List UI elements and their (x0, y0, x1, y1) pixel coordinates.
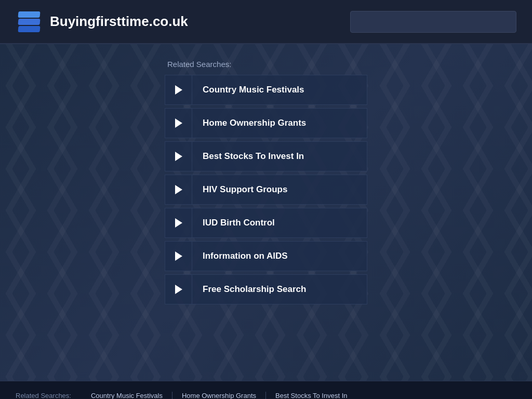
search-list: Country Music FestivalsHome Ownership Gr… (165, 75, 367, 304)
search-item-free-scholarship[interactable]: Free Scholarship Search (165, 274, 367, 304)
arrow-box-country-music (165, 75, 192, 104)
item-label-home-ownership: Home Ownership Grants (192, 118, 306, 128)
item-label-iud-birth: IUD Birth Control (192, 218, 275, 228)
site-title: Buyingfirsttime.co.uk (50, 14, 188, 30)
logo-layer-top (18, 11, 40, 18)
play-icon-iud-birth (175, 218, 182, 228)
arrow-box-info-aids (165, 242, 192, 271)
item-label-info-aids: Information on AIDS (192, 251, 288, 261)
item-label-best-stocks: Best Stocks To Invest In (192, 151, 304, 162)
play-icon-best-stocks (175, 152, 182, 161)
logo-area: Buyingfirsttime.co.uk (16, 8, 188, 35)
arrow-box-iud-birth (165, 208, 192, 237)
main-content: Related Searches: Country Music Festival… (0, 44, 532, 381)
logo-icon (16, 8, 43, 35)
item-label-free-scholarship: Free Scholarship Search (192, 284, 306, 295)
play-icon-country-music (175, 85, 182, 95)
play-icon-free-scholarship (175, 285, 182, 294)
arrow-box-hiv-support (165, 175, 192, 204)
footer: Related Searches: Country Music Festival… (0, 381, 532, 399)
related-searches-label: Related Searches: (167, 60, 231, 69)
search-item-best-stocks[interactable]: Best Stocks To Invest In (165, 141, 367, 171)
search-item-iud-birth[interactable]: IUD Birth Control (165, 208, 367, 238)
play-icon-hiv-support (175, 185, 182, 194)
item-label-country-music: Country Music Festivals (192, 85, 304, 95)
header: Buyingfirsttime.co.uk (0, 0, 532, 44)
arrow-box-home-ownership (165, 109, 192, 138)
logo-layer-bot (18, 26, 40, 32)
arrow-box-best-stocks (165, 142, 192, 171)
footer-link-footer-best-stocks[interactable]: Best Stocks To Invest In (266, 392, 357, 400)
item-label-hiv-support: HIV Support Groups (192, 184, 287, 195)
search-input[interactable] (350, 11, 516, 33)
play-icon-info-aids (175, 251, 182, 261)
search-item-home-ownership[interactable]: Home Ownership Grants (165, 108, 367, 138)
footer-link-footer-home-ownership[interactable]: Home Ownership Grants (172, 392, 266, 400)
search-item-info-aids[interactable]: Information on AIDS (165, 241, 367, 271)
search-item-country-music[interactable]: Country Music Festivals (165, 75, 367, 105)
footer-link-footer-country-music[interactable]: Country Music Festivals (82, 392, 172, 400)
logo-layer-mid (18, 19, 40, 25)
arrow-box-free-scholarship (165, 275, 192, 304)
play-icon-home-ownership (175, 118, 182, 128)
footer-related-label: Related Searches: (16, 392, 71, 400)
search-item-hiv-support[interactable]: HIV Support Groups (165, 175, 367, 205)
